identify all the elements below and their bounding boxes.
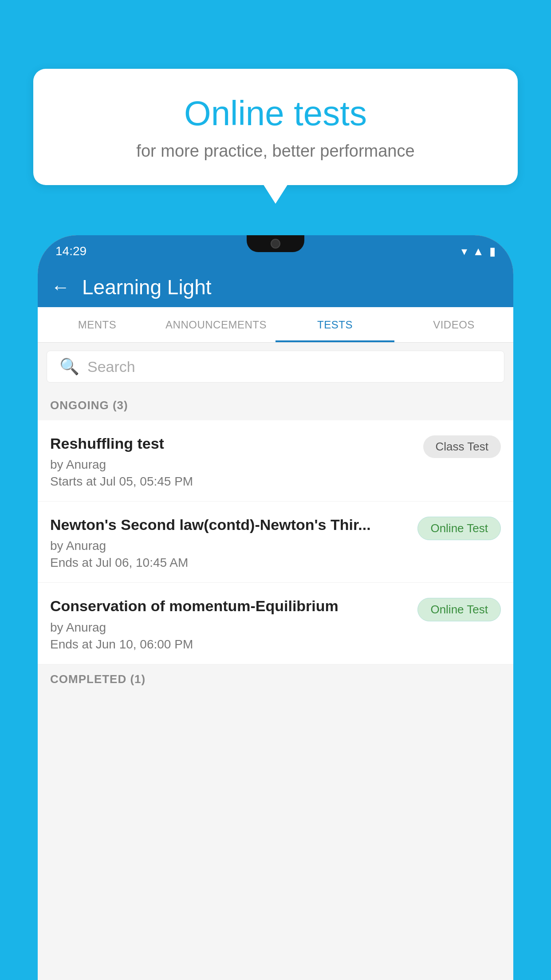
back-button[interactable]: ← [51, 277, 70, 298]
search-icon: 🔍 [59, 357, 79, 376]
test-info-3: Conservation of momentum-Equilibrium by … [50, 596, 409, 651]
test-item-1[interactable]: Reshuffling test by Anurag Starts at Jul… [38, 420, 513, 502]
status-icons: ▾ ▲ ▮ [461, 245, 496, 258]
test-by-2: by Anurag [50, 539, 409, 553]
test-list: Reshuffling test by Anurag Starts at Jul… [38, 420, 513, 664]
phone-notch [247, 235, 304, 252]
test-item-3[interactable]: Conservation of momentum-Equilibrium by … [38, 583, 513, 664]
test-info-2: Newton's Second law(contd)-Newton's Thir… [50, 515, 409, 570]
tab-videos[interactable]: VIDEOS [394, 307, 513, 342]
battery-icon: ▮ [489, 245, 496, 258]
status-time: 14:29 [55, 244, 87, 258]
test-date-3: Ends at Jun 10, 06:00 PM [50, 637, 409, 652]
phone-frame: 14:29 ▾ ▲ ▮ ← Learning Light MENTS ANNOU… [38, 235, 513, 980]
test-badge-3: Online Test [417, 598, 501, 621]
test-badge-1: Class Test [423, 435, 501, 458]
search-bar[interactable]: 🔍 Search [47, 351, 504, 383]
tab-tests[interactable]: TESTS [276, 307, 394, 342]
ongoing-header: ONGOING (3) [38, 391, 513, 420]
tab-ments[interactable]: MENTS [38, 307, 157, 342]
test-date-2: Ends at Jul 06, 10:45 AM [50, 556, 409, 570]
test-by-1: by Anurag [50, 458, 414, 472]
front-camera [271, 239, 280, 249]
test-item-2[interactable]: Newton's Second law(contd)-Newton's Thir… [38, 502, 513, 583]
signal-icon: ▲ [472, 245, 484, 258]
test-date-1: Starts at Jul 05, 05:45 PM [50, 474, 414, 489]
tab-announcements[interactable]: ANNOUNCEMENTS [157, 307, 276, 342]
test-info-1: Reshuffling test by Anurag Starts at Jul… [50, 434, 414, 489]
app-title: Learning Light [82, 275, 212, 299]
test-name-1: Reshuffling test [50, 434, 414, 453]
phone-screen: 14:29 ▾ ▲ ▮ ← Learning Light MENTS ANNOU… [38, 235, 513, 980]
bubble-title: Online tests [55, 93, 496, 134]
app-header: ← Learning Light [38, 267, 513, 307]
test-by-3: by Anurag [50, 620, 409, 635]
search-placeholder: Search [87, 358, 135, 375]
speech-bubble: Online tests for more practice, better p… [33, 69, 518, 185]
status-bar: 14:29 ▾ ▲ ▮ [38, 235, 513, 267]
wifi-icon: ▾ [461, 245, 467, 258]
test-badge-2: Online Test [417, 517, 501, 540]
test-name-2: Newton's Second law(contd)-Newton's Thir… [50, 515, 409, 534]
bubble-subtitle: for more practice, better performance [55, 142, 496, 161]
test-name-3: Conservation of momentum-Equilibrium [50, 596, 409, 616]
search-container: 🔍 Search [38, 343, 513, 391]
tabs-bar: MENTS ANNOUNCEMENTS TESTS VIDEOS [38, 307, 513, 343]
completed-header: COMPLETED (1) [38, 664, 513, 694]
